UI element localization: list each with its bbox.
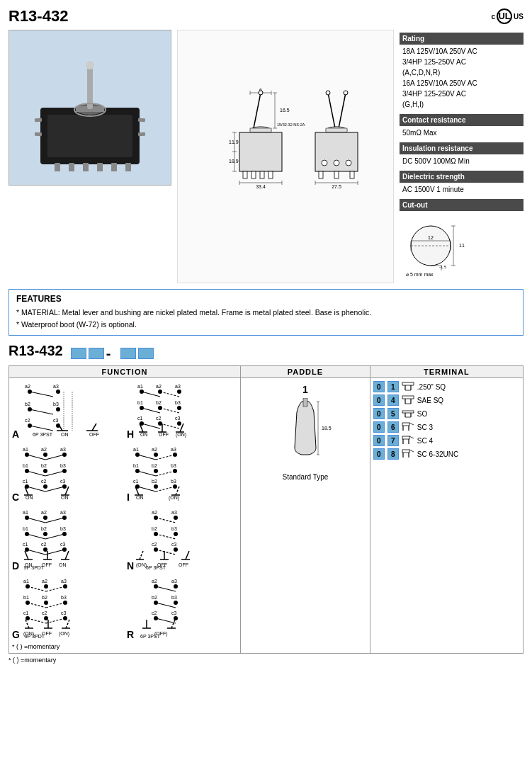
svg-line-299 xyxy=(156,603,176,608)
func-H: H a1 a2 a3 b1 b2 b3 xyxy=(127,381,237,440)
svg-text:b3: b3 xyxy=(61,595,67,600)
svg-line-212 xyxy=(45,534,64,539)
svg-point-85 xyxy=(56,407,60,411)
svg-text:15/32-32 NS-2A: 15/32-32 NS-2A xyxy=(277,123,305,127)
svg-rect-328 xyxy=(402,423,409,426)
product-photo xyxy=(9,30,171,186)
svg-text:12: 12 xyxy=(428,235,434,240)
svg-text:b1: b1 xyxy=(23,526,28,531)
model-title: R13-432 xyxy=(9,7,68,25)
svg-text:b2: b2 xyxy=(152,479,157,484)
svg-line-115 xyxy=(142,408,160,413)
svg-rect-6 xyxy=(111,163,117,171)
selection-table: FUNCTION PADDLE TERMINAL A xyxy=(9,365,523,654)
svg-line-331 xyxy=(409,423,414,425)
term-code-0-4b: 4 xyxy=(387,394,399,406)
svg-rect-5 xyxy=(97,163,103,171)
func-R-svg: a2 a3 b2 b3 c2 c3 xyxy=(136,576,228,638)
svg-text:6P 3PST: 6P 3PST xyxy=(33,432,53,437)
svg-text:c1: c1 xyxy=(23,479,28,484)
func-R: R a2 a3 b2 b3 c2 c3 xyxy=(127,576,237,640)
svg-text:a2: a2 xyxy=(42,579,47,584)
svg-line-116 xyxy=(160,408,179,413)
feature-line-2: * Waterproof boot (W-72) is optional. xyxy=(16,319,516,331)
svg-text:9P 3PDT: 9P 3PDT xyxy=(25,634,45,638)
svg-text:b3: b3 xyxy=(171,595,177,600)
cutout-svg: 12 11 -1.5 ⌀ 5 mm max xyxy=(402,214,473,278)
svg-line-189 xyxy=(156,487,175,492)
svg-text:a3: a3 xyxy=(171,579,177,584)
svg-rect-7 xyxy=(125,163,131,171)
svg-text:b1: b1 xyxy=(23,595,29,600)
svg-line-307 xyxy=(171,620,175,628)
func-D: D a1 a2 a3 b1 b2 b3 xyxy=(12,507,123,572)
svg-text:a3: a3 xyxy=(61,579,67,584)
svg-text:b2: b2 xyxy=(152,526,157,531)
svg-line-304 xyxy=(156,618,176,623)
features-text: * MATERIAL: Metal lever and bushing are … xyxy=(16,307,516,331)
pn-box-1 xyxy=(71,348,86,359)
svg-line-149 xyxy=(27,471,45,476)
terminal-06: 0 6 SC 3 xyxy=(373,421,520,433)
svg-text:b3: b3 xyxy=(60,463,66,468)
svg-point-47 xyxy=(326,91,330,95)
svg-text:9P 3PDT: 9P 3PDT xyxy=(24,565,45,569)
insulation-value: DC 500V 100MΩ Min xyxy=(400,154,523,168)
svg-text:a2: a2 xyxy=(152,510,157,515)
svg-text:c3: c3 xyxy=(60,479,66,484)
svg-line-240 xyxy=(156,534,176,539)
svg-text:b2: b2 xyxy=(156,400,162,405)
svg-line-173 xyxy=(156,455,175,460)
cert-us: US xyxy=(514,13,523,21)
svg-text:ON: ON xyxy=(61,495,69,500)
term-label-06: SC 3 xyxy=(417,424,433,431)
svg-line-46 xyxy=(328,93,335,128)
func-C: C a1 a2 a3 b1 b2 b3 xyxy=(12,444,123,503)
svg-rect-2 xyxy=(55,163,60,171)
paddle-header: PADDLE xyxy=(240,366,370,378)
product-photo-svg xyxy=(19,44,161,171)
svg-line-280 xyxy=(26,620,29,628)
svg-rect-10 xyxy=(87,65,93,109)
svg-point-234 xyxy=(174,516,178,520)
svg-text:c2: c2 xyxy=(42,610,47,615)
svg-text:b2: b2 xyxy=(152,595,157,600)
term-code-0-8a: 0 xyxy=(373,448,385,460)
svg-line-245 xyxy=(156,550,176,555)
svg-text:a3: a3 xyxy=(171,510,177,515)
main-content-row: A a2 a3 b2 b3 xyxy=(9,378,523,654)
svg-text:6P 3PST: 6P 3PST xyxy=(140,634,161,638)
svg-text:6P 3PST: 6P 3PST xyxy=(146,565,166,569)
function-cell: A a2 a3 b2 b3 xyxy=(9,378,241,654)
svg-line-219 xyxy=(27,550,45,555)
rating-title: Rating xyxy=(400,33,523,45)
svg-text:b1: b1 xyxy=(23,463,28,468)
func-G-label: G xyxy=(12,629,20,640)
svg-rect-332 xyxy=(402,436,409,439)
svg-text:b3: b3 xyxy=(171,526,177,531)
svg-text:b2: b2 xyxy=(41,526,47,531)
cert-area: c UL US xyxy=(492,8,523,24)
svg-line-124 xyxy=(160,424,179,428)
svg-point-154 xyxy=(43,484,47,489)
svg-point-138 xyxy=(43,453,47,457)
svg-text:b2: b2 xyxy=(25,402,30,407)
tech-diagram-svg: 6 16.5 15/32-32 xyxy=(193,82,378,231)
term-code-0-8b: 8 xyxy=(387,448,399,460)
svg-line-158 xyxy=(45,487,64,492)
svg-line-98 xyxy=(92,424,96,431)
svg-point-177 xyxy=(154,469,158,473)
svg-point-208 xyxy=(43,532,47,536)
svg-line-180 xyxy=(137,471,156,476)
func-A: A a2 a3 b2 b3 xyxy=(12,381,123,440)
pn-box-4 xyxy=(138,348,154,359)
func-N-svg: a2 a3 b2 b3 c2 c3 xyxy=(136,507,228,569)
svg-text:b3: b3 xyxy=(175,400,181,405)
svg-text:c1: c1 xyxy=(23,542,28,547)
svg-line-172 xyxy=(137,455,156,460)
svg-rect-57 xyxy=(334,171,339,178)
svg-text:a1: a1 xyxy=(23,447,28,452)
svg-point-185 xyxy=(154,484,158,489)
svg-text:a3: a3 xyxy=(60,447,66,452)
func-D-label: D xyxy=(12,560,19,572)
